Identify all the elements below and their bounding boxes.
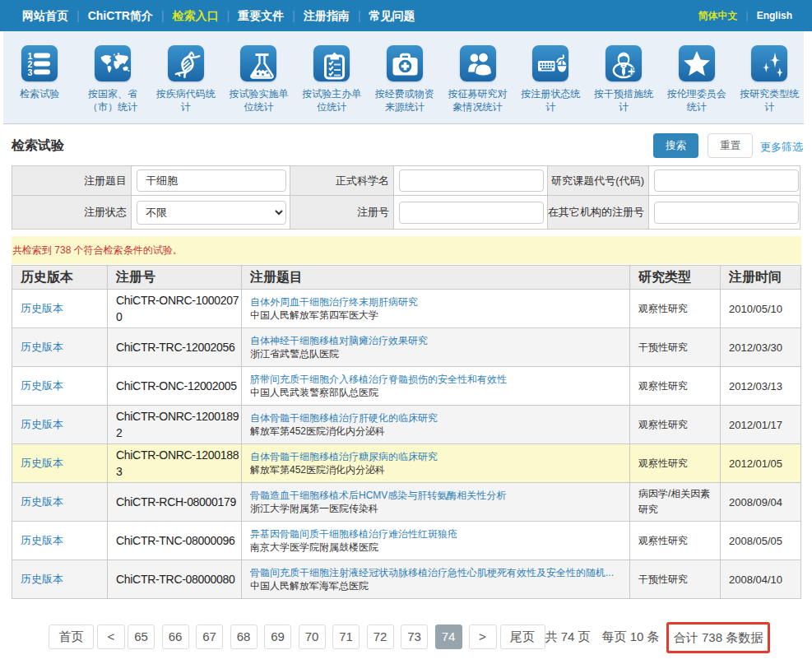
svg-text:3: 3 bbox=[28, 67, 33, 77]
